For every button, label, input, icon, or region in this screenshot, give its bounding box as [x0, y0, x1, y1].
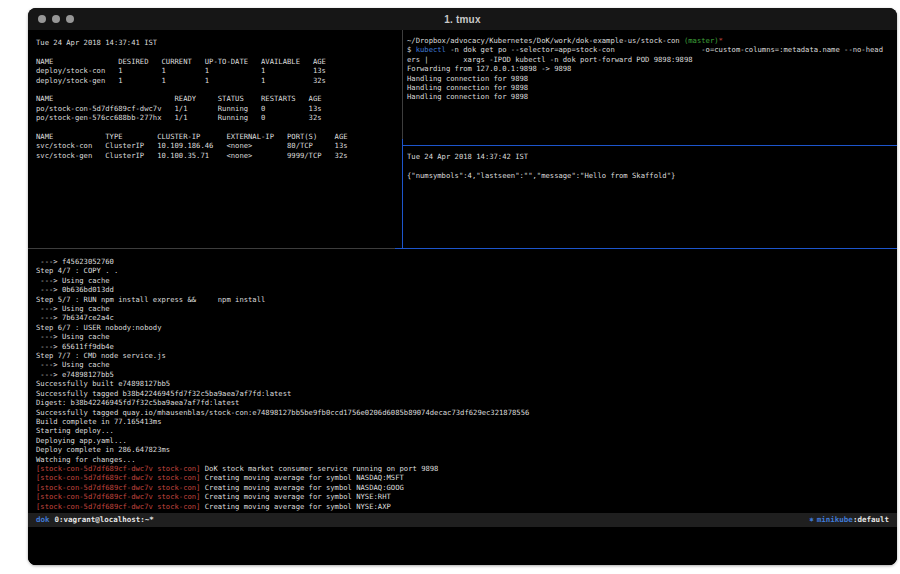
terminal-line: po/stock-con-5d7df689cf-dwc7v 1/1 Runnin… — [36, 104, 402, 113]
terminal-line: Forwarding from 127.0.0.1:9898 -> 9898 — [407, 64, 897, 73]
terminal-line: [stock-con-5d7df689cf-dwc7v stock-con] C… — [36, 473, 897, 482]
terminal-line: Watching for changes... — [36, 455, 897, 464]
minimize-button[interactable] — [52, 15, 60, 23]
terminal-line: ---> Using cache — [36, 276, 897, 285]
terminal-line — [36, 85, 402, 94]
status-window-item[interactable]: 0:vagrant@localhost:~* — [55, 515, 154, 524]
terminal-line: Build complete in 77.165413ms — [36, 417, 897, 426]
window-title: 1. tmux — [444, 14, 480, 25]
terminal-line: deploy/stock-gen 1 1 1 1 32s — [36, 76, 402, 85]
terminal-line: ---> 0b636bd013dd — [36, 285, 897, 294]
terminal-line: ---> Using cache — [36, 360, 897, 369]
pane-port-forward[interactable]: ~/Dropbox/advocacy/Kubernetes/DoK/work/d… — [403, 30, 897, 145]
pane-skaffold-log[interactable]: ---> f45623052760Step 4/7 : COPY . . ---… — [28, 249, 897, 513]
terminal-line: Step 4/7 : COPY . . — [36, 266, 897, 275]
terminal-line: [stock-con-5d7df689cf-dwc7v stock-con] D… — [36, 464, 897, 473]
terminal-line: NAME READY STATUS RESTARTS AGE — [36, 94, 402, 103]
terminal-line: ---> f45623052760 — [36, 257, 897, 266]
terminal-line: $ kubectl -n dok get po --selector=app=s… — [407, 45, 897, 54]
terminal-line: deploy/stock-con 1 1 1 1 13s — [36, 66, 402, 75]
terminal-line: Digest: b38b42246945fd7f32c5ba9aea7af7fd… — [36, 398, 897, 407]
terminal-line: NAME DESIRED CURRENT UP-TO-DATE AVAILABL… — [36, 57, 402, 66]
terminal-line: NAME TYPE CLUSTER-IP EXTERNAL-IP PORT(S)… — [36, 132, 402, 141]
terminal-line: Tue 24 Apr 2018 14:37:41 IST — [36, 38, 402, 47]
zoom-button[interactable] — [66, 15, 74, 23]
terminal-line: ~/Dropbox/advocacy/Kubernetes/DoK/work/d… — [407, 36, 897, 45]
terminal-line: Successfully tagged quay.io/mhausenblas/… — [36, 408, 897, 417]
traffic-lights — [38, 15, 74, 23]
session-name: dok — [36, 515, 50, 524]
terminal-line: ---> 7b6347ce2a4c — [36, 313, 897, 322]
terminal-line: Step 6/7 : USER nobody:nobody — [36, 323, 897, 332]
terminal-line: Handling connection for 9898 — [407, 74, 897, 83]
terminal-line: Handling connection for 9898 — [407, 83, 897, 92]
kube-namespace: :default — [853, 515, 889, 524]
terminal-line: ---> Using cache — [36, 332, 897, 341]
terminal-line: [stock-con-5d7df689cf-dwc7v stock-con] C… — [36, 502, 897, 511]
pane-kubectl-watch[interactable]: Tue 24 Apr 2018 14:37:41 IST NAME DESIRE… — [28, 30, 402, 248]
terminal-line: Deploying app.yaml... — [36, 436, 897, 445]
terminal-line: [stock-con-5d7df689cf-dwc7v stock-con] C… — [36, 483, 897, 492]
tmux-top-row: Tue 24 Apr 2018 14:37:41 IST NAME DESIRE… — [28, 30, 897, 248]
tmux-status-bar: dok 0:vagrant@localhost:~* ⎈ minikube :d… — [28, 513, 897, 527]
terminal-line: Step 5/7 : RUN npm install express && np… — [36, 295, 897, 304]
terminal-line: Successfully built e74898127bb5 — [36, 379, 897, 388]
pane-service-output[interactable]: Tue 24 Apr 2018 14:37:42 IST {"numsymbol… — [403, 146, 897, 248]
terminal-line: svc/stock-con ClusterIP 10.109.186.46 <n… — [36, 141, 402, 150]
terminal-line: [stock-con-5d7df689cf-dwc7v stock-con] C… — [36, 492, 897, 501]
terminal-line: svc/stock-gen ClusterIP 10.100.35.71 <no… — [36, 151, 402, 160]
tmux-right-column: ~/Dropbox/advocacy/Kubernetes/DoK/work/d… — [403, 30, 897, 248]
desktop: 1. tmux Tue 24 Apr 2018 14:37:41 IST NAM… — [0, 0, 900, 574]
terminal-line: Step 7/7 : CMD node service.js — [36, 351, 897, 360]
terminal-line: Handling connection for 9898 — [407, 92, 897, 101]
terminal-line: Successfully tagged b38b42246945fd7f32c5… — [36, 389, 897, 398]
terminal-line: Deploy complete in 286.647823ms — [36, 445, 897, 454]
terminal-line: ---> 65611ff9db4e — [36, 342, 897, 351]
terminal-line: ers | xargs -IPOD kubectl -n dok port-fo… — [407, 55, 897, 64]
terminal-line: Tue 24 Apr 2018 14:37:42 IST — [407, 152, 897, 161]
terminal-bottom-padding — [28, 527, 897, 565]
kubernetes-helm-icon: ⎈ — [809, 515, 814, 524]
tmux-terminal: Tue 24 Apr 2018 14:37:41 IST NAME DESIRE… — [28, 30, 897, 565]
terminal-line: ---> e74898127bb5 — [36, 370, 897, 379]
terminal-window: 1. tmux Tue 24 Apr 2018 14:37:41 IST NAM… — [28, 8, 897, 565]
terminal-line: po/stock-gen-576cc688bb-277hx 1/1 Runnin… — [36, 113, 402, 122]
terminal-line: {"numsymbols":4,"lastseen":"","message":… — [407, 171, 897, 180]
kube-context: minikube — [817, 515, 853, 524]
terminal-line: ---> Using cache — [36, 304, 897, 313]
close-button[interactable] — [38, 15, 46, 23]
terminal-line — [36, 47, 402, 56]
terminal-line: Starting deploy... — [36, 426, 897, 435]
terminal-line — [36, 123, 402, 132]
terminal-line — [407, 161, 897, 170]
titlebar[interactable]: 1. tmux — [28, 8, 897, 31]
